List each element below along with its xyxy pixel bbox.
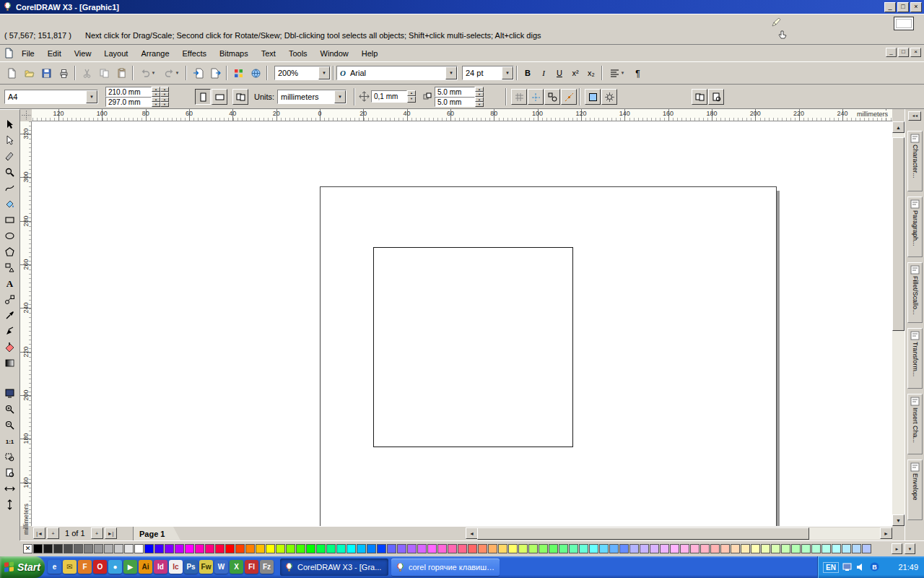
palette-swatch[interactable]	[215, 544, 225, 553]
palette-swatch[interactable]	[781, 544, 790, 553]
toolbar-cut-button[interactable]	[79, 65, 95, 81]
mdi-close-button[interactable]: ×	[910, 48, 921, 57]
palette-swatch[interactable]	[245, 544, 255, 553]
vertical-scroll-thumb[interactable]	[892, 137, 905, 331]
palette-swatch[interactable]	[599, 544, 609, 553]
palette-swatch[interactable]	[256, 544, 265, 553]
underline-button[interactable]: U	[552, 66, 567, 80]
menu-bitmaps[interactable]: Bitmaps	[213, 46, 255, 61]
palette-swatch[interactable]	[579, 544, 588, 553]
menu-window[interactable]: Window	[314, 46, 355, 61]
spin-down-icon[interactable]: ▼	[152, 102, 160, 107]
units-dropdown-icon[interactable]: ▼	[334, 90, 346, 103]
toolbar-print-button[interactable]	[56, 65, 71, 81]
palette-swatch[interactable]	[84, 544, 93, 553]
menu-view[interactable]: View	[68, 46, 98, 61]
toolbar-export-button[interactable]	[207, 65, 223, 81]
bold-button[interactable]: B	[520, 66, 535, 80]
spin-down-icon[interactable]: ▼	[475, 102, 484, 107]
palette-swatch[interactable]	[589, 544, 598, 553]
palette-swatch[interactable]	[104, 544, 113, 553]
quicklaunch-excel[interactable]: X	[230, 560, 243, 574]
palette-swatch[interactable]	[185, 544, 194, 553]
duplicate-y-value[interactable]: 5.0 mm	[435, 97, 475, 107]
toolbar-save-button[interactable]	[38, 65, 54, 81]
palette-swatch[interactable]	[448, 544, 457, 553]
subscript-button[interactable]: x₂	[584, 66, 598, 80]
zoom-dropdown-icon[interactable]: ▼	[318, 66, 330, 79]
spin-down-icon[interactable]: ▼	[160, 92, 169, 97]
palette-swatch[interactable]	[710, 544, 720, 553]
quicklaunch-messenger[interactable]: ●	[108, 560, 122, 574]
close-button[interactable]: ×	[910, 2, 922, 12]
mdi-restore-button[interactable]: □	[898, 48, 909, 57]
spin-up-icon[interactable]: ▲	[152, 87, 160, 92]
paper-height-value[interactable]: 297.0 mm	[105, 97, 152, 107]
palette-swatch[interactable]	[468, 544, 477, 553]
palette-swatch[interactable]	[346, 544, 356, 553]
menu-help[interactable]: Help	[355, 46, 385, 61]
ruler-origin[interactable]	[20, 109, 32, 121]
drawing-canvas[interactable]	[32, 121, 892, 526]
dropdown-arrow-icon[interactable]: ▼	[152, 71, 156, 75]
last-page-button[interactable]: ►|	[105, 527, 117, 539]
document-icon[interactable]	[4, 48, 15, 59]
palette-swatch[interactable]	[660, 544, 669, 553]
quicklaunch-media-player[interactable]: ▶	[123, 560, 137, 574]
palette-swatch[interactable]	[53, 544, 63, 553]
spin-up-icon[interactable]: ▲	[160, 87, 169, 92]
all-pages-button[interactable]	[232, 89, 248, 105]
taskbar-task-1[interactable]: CorelDRAW X3 - [Gra...	[280, 558, 388, 576]
tool-zoom-width[interactable]	[1, 480, 19, 496]
nudge-value[interactable]: 0,1 mm	[371, 90, 407, 103]
palette-swatch[interactable]	[832, 544, 841, 553]
palette-swatch[interactable]	[842, 544, 851, 553]
font-size-dropdown-icon[interactable]: ▼	[502, 66, 513, 79]
zoom-level-combo[interactable]: 200% ▼	[274, 66, 331, 80]
dynamic-guides-button[interactable]	[561, 89, 577, 105]
palette-swatch[interactable]	[387, 544, 396, 553]
palette-swatch[interactable]	[357, 544, 366, 553]
palette-swatch[interactable]	[43, 544, 53, 553]
dropdown-arrow-icon[interactable]: ▼	[175, 71, 180, 75]
palette-swatch[interactable]	[731, 544, 740, 553]
quicklaunch-mail[interactable]: ✉	[63, 560, 77, 574]
palette-swatch[interactable]	[761, 544, 770, 553]
scroll-down-button[interactable]: ▼	[892, 514, 905, 526]
palette-swatch[interactable]	[640, 544, 649, 553]
docker-tab-2[interactable]: Paragraph...	[907, 197, 923, 257]
duplicate-x-value[interactable]: 5.0 mm	[435, 87, 475, 97]
palette-swatch[interactable]	[771, 544, 780, 553]
language-indicator[interactable]: EN	[823, 562, 839, 573]
nudge-spinner[interactable]: 0,1 mm ▲▼	[371, 91, 416, 101]
palette-swatch[interactable]	[488, 544, 497, 553]
superscript-button[interactable]: x²	[568, 66, 583, 80]
palette-swatch[interactable]	[609, 544, 619, 553]
maximize-button[interactable]: □	[897, 2, 909, 12]
formatting-marks-button[interactable]: ¶	[629, 65, 645, 81]
tool-zoom-in[interactable]	[1, 401, 19, 417]
portrait-button[interactable]	[195, 89, 211, 105]
scroll-left-button[interactable]: ◄	[466, 527, 478, 539]
tool-full-screen[interactable]	[1, 385, 19, 401]
palette-swatch[interactable]	[700, 544, 710, 553]
monitor-tray-icon[interactable]	[842, 561, 853, 573]
palette-expand-button[interactable]: ▼	[905, 543, 915, 554]
quicklaunch-illustrator[interactable]: Ai	[139, 560, 152, 574]
docker-tab-4[interactable]: Transform...	[907, 328, 923, 389]
palette-swatch[interactable]	[852, 544, 861, 553]
horizontal-scroll-thumb[interactable]	[477, 527, 809, 540]
palette-swatch[interactable]	[539, 544, 548, 553]
palette-swatch[interactable]	[821, 544, 831, 553]
palette-swatch[interactable]	[619, 544, 629, 553]
quicklaunch-incopy[interactable]: Ic	[169, 560, 183, 574]
minimize-button[interactable]: _	[884, 2, 896, 12]
rectangle-object[interactable]	[373, 247, 573, 447]
spin-up-icon[interactable]: ▲	[475, 97, 484, 102]
toolbar-new-button[interactable]	[4, 65, 19, 81]
palette-swatch[interactable]	[326, 544, 336, 553]
palette-swatch[interactable]	[316, 544, 326, 553]
tool-zoom-page[interactable]	[1, 465, 19, 480]
volume-tray-icon[interactable]	[855, 561, 867, 573]
text-align-button[interactable]: ▼	[606, 65, 628, 81]
